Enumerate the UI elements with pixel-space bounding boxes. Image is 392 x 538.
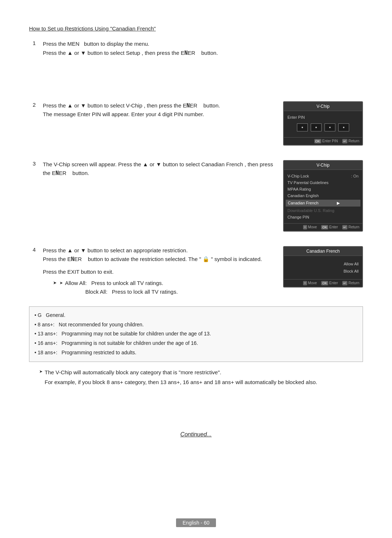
canadian-french-footer: ÷ Move OK Enter ↩ Return (284, 279, 362, 287)
step-3-line-1: The V-Chip screen will appear. Press the… (43, 160, 276, 178)
vchip-screen-body: Enter PIN • • • • (284, 111, 362, 137)
mpaa-row: MPAA Rating (287, 186, 359, 192)
footer-enter-3: OK Enter (321, 225, 338, 229)
step-3-left: 3 The V-Chip screen will appear. Press t… (33, 160, 276, 235)
sub-note: ➤ The V-Chip will automatically block an… (39, 367, 363, 388)
allow-block-rows: Allow All Block All (287, 259, 359, 276)
step-4-screen-area: Canadian French Allow All Block All ÷ Mo… (283, 246, 363, 299)
note-8: • 8 ans+: Not recommended for young chil… (34, 321, 358, 329)
step-1-number: 1 (33, 40, 43, 58)
sub-note-arrow-icon: ➤ (39, 368, 42, 375)
note-g: • G General. (34, 311, 358, 320)
pin-dots-row: • • • • (287, 123, 359, 131)
notes-box: • G General. • 8 ans+: Not recommended f… (29, 306, 363, 362)
canadian-french-label: Canadian French (288, 201, 318, 205)
enter-icon-3: OK (321, 225, 328, 229)
canadian-french-row: Canadian French ▶ (286, 200, 360, 207)
vchip-menu-title: V-Chip (284, 161, 362, 170)
step-4-content: Press the ▲ or ▼ button to select an app… (43, 246, 276, 299)
return-icon-4: ↩ (342, 281, 347, 285)
step-2-line-1: Press the ▲ or ▼ button to select V-Chip… (43, 101, 276, 110)
arrow-icon-1: ➤ (60, 280, 63, 286)
enter-pin-label: Enter PIN (287, 114, 359, 121)
ok-icon: OK (314, 139, 321, 143)
canadian-french-screen: Canadian French Allow All Block All ÷ Mo… (283, 246, 363, 288)
page-number-box: English - 60 (176, 518, 216, 527)
step-2-number: 2 (33, 101, 43, 119)
move-icon-4: ÷ (303, 281, 307, 285)
pin-box-4: • (338, 123, 349, 131)
footer-enter-label-4: Enter (329, 281, 338, 285)
step-3-screen-area: V-Chip V-Chip Lock : On TV Parental Guid… (283, 160, 363, 235)
step-2-left: 2 Press the ▲ or ▼ button to select V-Ch… (33, 101, 276, 149)
footer-move-label-4: Move (308, 281, 317, 285)
canadian-french-screen-title: Canadian French (284, 247, 362, 256)
step-4-inner: 4 Press the ▲ or ▼ button to select an a… (33, 246, 276, 299)
step-4: 4 Press the ▲ or ▼ button to select an a… (33, 246, 363, 299)
allow-all-row: Allow All (344, 261, 359, 267)
vchip-menu-body: V-Chip Lock : On TV Parental Guidelines … (284, 170, 362, 223)
canadian-french-arrow: ▶ (337, 201, 340, 205)
pin-box-1: • (297, 123, 308, 131)
footer-return-4: ↩ Return (342, 281, 359, 285)
footer-return-1: ↩ Return (342, 139, 359, 143)
sub-note-content: The V-Chip will automatically block any … (45, 367, 317, 388)
arrow-item-allow: ➤ Allow All: Press to unlock all TV rati… (53, 279, 276, 296)
vchip-lock-value: : On (351, 174, 359, 178)
step-4-line-3: Press the EXIT button to exit. (43, 268, 276, 277)
footer-move-3: ÷ Move (303, 225, 317, 229)
step-3: 3 The V-Chip screen will appear. Press t… (33, 160, 363, 235)
vchip-lock-row: V-Chip Lock : On (287, 173, 359, 179)
pin-box-3: • (324, 123, 335, 131)
footer-return-3: ↩ Return (342, 225, 359, 229)
continued-text: Continued... (29, 431, 363, 438)
footer-return-label-3: Return (348, 225, 359, 229)
vchip-menu-screen: V-Chip V-Chip Lock : On TV Parental Guid… (283, 160, 363, 232)
tv-parental-row: TV Parental Guidelines (287, 179, 359, 186)
step-4-left: 4 Press the ▲ or ▼ button to select an a… (33, 246, 276, 299)
step-3-content: The V-Chip screen will appear. Press the… (43, 160, 276, 178)
canadian-english-row: Canadian English (287, 192, 359, 199)
pin-box-2: • (311, 123, 322, 131)
step-2-content: Press the ▲ or ▼ button to select V-Chip… (43, 101, 276, 119)
step-2-line-2: The message Enter PIN will appear. Enter… (43, 110, 276, 119)
footer-enter-label-3: Enter (329, 225, 338, 229)
step-1-line-2: Press the ▲ or ▼ button to select Setup … (43, 49, 363, 58)
step-3-inner: 3 The V-Chip screen will appear. Press t… (33, 160, 276, 178)
step-4-number: 4 (33, 246, 43, 299)
step-1-content: Press the MEN button to display the menu… (43, 40, 363, 58)
arrow-item-allow-text: Allow All: Press to unlock all TV rating… (65, 279, 178, 296)
note-16: • 16 ans+: Programming is not suitable f… (34, 339, 358, 348)
page-footer: English - 60 (0, 518, 392, 527)
footer-move-label-3: Move (308, 225, 317, 229)
step-4-line-1: Press the ▲ or ▼ button to select an app… (43, 246, 276, 255)
vchip-enter-pin-screen: V-Chip Enter PIN • • • • OK Enter PIN (283, 101, 363, 146)
step-2-screen-area: V-Chip Enter PIN • • • • OK Enter PIN (283, 101, 363, 149)
vchip-enter-pin-footer: OK Enter PIN ↩ Return (284, 137, 362, 145)
step-2-inner: 2 Press the ▲ or ▼ button to select V-Ch… (33, 101, 276, 119)
sub-note-main: The V-Chip will automatically block any … (45, 368, 317, 377)
note-18: • 18 ans+: Programming restricted to adu… (34, 349, 358, 357)
return-icon-1: ↩ (342, 139, 347, 143)
step-3-number: 3 (33, 160, 43, 178)
return-icon-3: ↩ (342, 225, 347, 229)
step-4-line-2: Press the ENER button to activate the re… (43, 255, 276, 264)
block-all-row: Block All (343, 268, 359, 274)
vchip-menu-footer: ÷ Move OK Enter ↩ Return (284, 223, 362, 231)
vchip-screen-title: V-Chip (284, 102, 362, 111)
footer-enter-pin: OK Enter PIN (314, 139, 338, 143)
note-13: • 13 ans+: Programming may not be suitab… (34, 330, 358, 338)
footer-enter-4: OK Enter (321, 281, 338, 285)
step-2: 2 Press the ▲ or ▼ button to select V-Ch… (33, 101, 363, 149)
step-1-line-1: Press the MEN button to display the menu… (43, 40, 363, 49)
move-icon-3: ÷ (303, 225, 307, 229)
footer-enter-pin-label: Enter PIN (322, 139, 338, 143)
enter-icon-4: OK (321, 281, 328, 285)
vchip-lock-label: V-Chip Lock (287, 174, 309, 178)
footer-move-4: ÷ Move (303, 281, 317, 285)
footer-return-label-1: Return (348, 139, 359, 143)
page-container: How to Set up Restrictions Using "Canadi… (0, 0, 392, 538)
step-1: 1 Press the MEN button to display the me… (33, 40, 363, 58)
arrow-list: ➤ Allow All: Press to unlock all TV rati… (53, 279, 276, 296)
sub-note-detail: For example, if you block 8 ans+ categor… (45, 378, 317, 387)
